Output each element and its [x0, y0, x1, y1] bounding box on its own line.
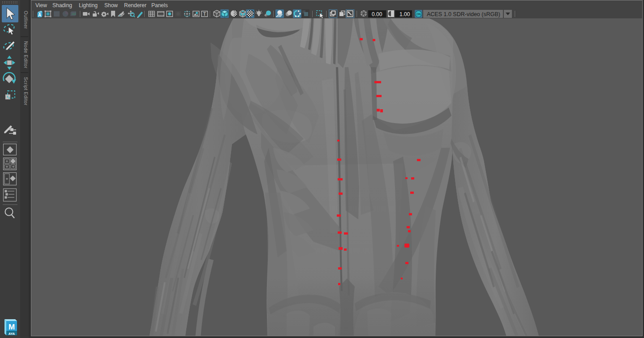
svg-text:M: M — [9, 323, 15, 331]
svg-text:A: A — [38, 13, 41, 17]
svg-text:0.00: 0.00 — [372, 11, 382, 17]
svg-text:AYA: AYA — [9, 332, 15, 336]
svg-text:ACES 1.0 SDR-video (sRGB): ACES 1.0 SDR-video (sRGB) — [427, 11, 500, 17]
svg-text:1.00: 1.00 — [399, 11, 410, 17]
svg-text:T: T — [203, 11, 206, 17]
svg-text:ON: ON — [416, 13, 421, 16]
